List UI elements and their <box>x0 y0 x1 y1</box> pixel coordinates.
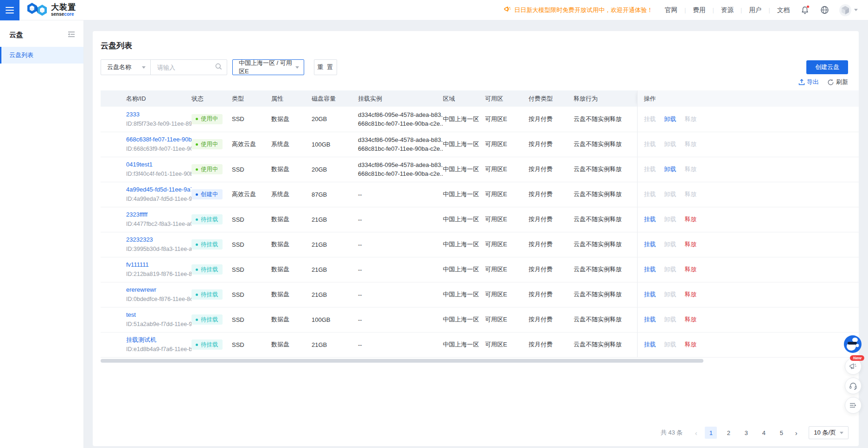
disk-name-link[interactable]: 4a99ed45-fd5d-11ee-9a7f-72b... <box>126 186 186 194</box>
disk-id: ID:f3f40c4f-fe01-11ee-90ba-c2... <box>126 170 186 178</box>
scrollbar-thumb[interactable] <box>101 359 703 363</box>
nav-resources[interactable]: 资源 <box>705 6 734 14</box>
nav-official-site[interactable]: 官网 <box>665 6 677 14</box>
page-size-select[interactable]: 10 条/页 <box>809 426 849 439</box>
row-actions: 挂载卸载释放 <box>637 207 859 232</box>
attr-cell: 数据盘 <box>271 107 312 132</box>
disk-name-link[interactable]: fv111111 <box>126 261 186 269</box>
pay-type-cell: 按月付费 <box>529 232 574 257</box>
zone-cell: 可用区E <box>485 282 529 307</box>
disk-id: ID:51a2ab9e-f7dd-11ee-927f-8... <box>126 320 186 328</box>
status-cell: 使用中 <box>191 157 232 182</box>
region-cell: 中国上海一区 <box>443 157 485 182</box>
create-disk-button[interactable]: 创建云盘 <box>806 60 848 74</box>
bell-icon[interactable] <box>800 5 810 15</box>
release-action: 释放 <box>685 166 697 173</box>
unmount-action[interactable]: 卸载 <box>664 166 677 173</box>
release-action[interactable]: 释放 <box>685 341 697 348</box>
user-avatar[interactable] <box>839 4 858 17</box>
brand-logo[interactable]: 大装置 sensecore <box>27 2 76 18</box>
row-actions: 挂载卸载释放 <box>637 182 859 207</box>
status-dot-icon <box>196 243 198 246</box>
mount-action[interactable]: 挂载 <box>644 266 656 273</box>
page-button-1[interactable]: 1 <box>705 427 717 439</box>
table-row: 挂载测试机ID:e1d8b4a9-f7a6-11ee-bbc5-f...待挂载S… <box>101 332 859 357</box>
next-page-button[interactable]: › <box>791 429 801 437</box>
reset-button[interactable]: 重 置 <box>314 59 337 75</box>
disk-name-link[interactable]: 2323fffff <box>126 211 186 219</box>
mount-action[interactable]: 挂载 <box>644 216 656 223</box>
status-dot-icon <box>196 294 198 296</box>
region-cell: 中国上海一区 <box>443 282 485 307</box>
status-dot-icon <box>196 193 198 196</box>
nav-docs[interactable]: 文档 <box>761 6 790 14</box>
support-headset-button[interactable] <box>845 378 862 394</box>
disk-name-link[interactable]: 挂载测试机 <box>126 336 186 344</box>
disk-id: ID:3995b30d-f8a3-11ee-a0e1-... <box>126 245 186 253</box>
name-id-cell: fv111111ID:212ba819-f876-11ee-8cfc-4... <box>101 257 191 282</box>
table-row: fv111111ID:212ba819-f876-11ee-8cfc-4...待… <box>101 257 859 282</box>
quick-menu-button[interactable] <box>845 397 862 414</box>
table-row: 2333ID:8f5f73e3-fe09-11ee-89d9-5...使用中SS… <box>101 107 859 132</box>
hamburger-menu-button[interactable] <box>0 0 19 20</box>
globe-icon[interactable] <box>819 5 830 15</box>
search-icon[interactable] <box>215 63 222 71</box>
status-dot-icon <box>196 143 198 146</box>
table-row: ererewrewrID:0bdedfce-f876-11ee-8cfc-4a.… <box>101 282 859 307</box>
brand-sub-core: core <box>64 12 74 17</box>
nav-billing[interactable]: 费用 <box>677 6 706 14</box>
type-cell: SSD <box>232 232 271 257</box>
page-button-4[interactable]: 4 <box>758 427 770 439</box>
zone-cell: 可用区E <box>485 332 529 357</box>
size-cell: 100GB <box>312 307 358 332</box>
search-input[interactable] <box>156 64 215 71</box>
attr-cell: 数据盘 <box>271 157 312 182</box>
zone-filter-select[interactable]: 中国上海一区 / 可用区E <box>232 59 304 75</box>
assistant-mascot-button[interactable] <box>844 335 862 353</box>
unmount-action[interactable]: 卸载 <box>664 115 677 122</box>
refresh-button[interactable]: 刷新 <box>827 78 848 86</box>
chevron-down-icon <box>840 432 843 434</box>
disk-name-link[interactable]: 668c638f-fe07-11ee-90ba-c2e... <box>126 135 186 144</box>
release-cell: 云盘不随实例释放 <box>574 232 637 257</box>
mount-action[interactable]: 挂载 <box>644 316 656 323</box>
disk-name-link[interactable]: 0419test1 <box>126 160 186 169</box>
status-cell: 待挂载 <box>191 232 232 257</box>
mount-action[interactable]: 挂载 <box>644 291 656 298</box>
filter-field-select[interactable]: 云盘名称 <box>101 59 151 75</box>
instances-cell: d334cf86-095e-4578-adea-b83...668c81bc-f… <box>358 132 443 157</box>
export-button[interactable]: 导出 <box>798 78 819 86</box>
release-action[interactable]: 释放 <box>685 316 697 323</box>
attr-cell: 系统盘 <box>271 182 312 207</box>
release-action[interactable]: 释放 <box>685 291 697 298</box>
release-cell: 云盘不随实例释放 <box>574 182 637 207</box>
size-cell: 100GB <box>312 132 358 157</box>
release-action[interactable]: 释放 <box>685 216 697 223</box>
pay-type-cell: 按月付费 <box>529 107 574 132</box>
disk-name-link[interactable]: 23232323 <box>126 236 186 244</box>
pagination: 共 43 条 ‹ 12345 › 10 条/页 <box>661 426 849 439</box>
new-badge: New <box>850 355 864 361</box>
column-header-6: 区域 <box>443 90 485 107</box>
release-action[interactable]: 释放 <box>685 241 697 248</box>
pay-type-cell: 按月付费 <box>529 207 574 232</box>
instances-cell: -- <box>358 257 443 282</box>
nav-users[interactable]: 用户 <box>734 6 762 14</box>
disk-name-link[interactable]: ererewrewr <box>126 286 186 294</box>
release-action[interactable]: 释放 <box>685 266 697 273</box>
sidebar-collapse-icon[interactable] <box>68 31 75 39</box>
region-cell: 中国上海一区 <box>443 307 485 332</box>
disk-name-link[interactable]: test <box>126 311 186 319</box>
brand-text: 大装置 sensecore <box>51 3 76 17</box>
brand-title: 大装置 <box>51 3 76 11</box>
disk-id: ID:212ba819-f876-11ee-8cfc-4... <box>126 270 186 278</box>
disk-name-link[interactable]: 2333 <box>126 110 186 119</box>
type-cell: SSD <box>232 282 271 307</box>
mount-action[interactable]: 挂载 <box>644 241 656 248</box>
avatar-cube-image <box>839 4 852 17</box>
page-button-3[interactable]: 3 <box>740 427 752 439</box>
page-button-5[interactable]: 5 <box>775 427 787 439</box>
page-button-2[interactable]: 2 <box>722 427 734 439</box>
sidebar-item-disk-list[interactable]: 云盘列表 <box>0 47 83 64</box>
mount-action[interactable]: 挂载 <box>644 341 656 348</box>
